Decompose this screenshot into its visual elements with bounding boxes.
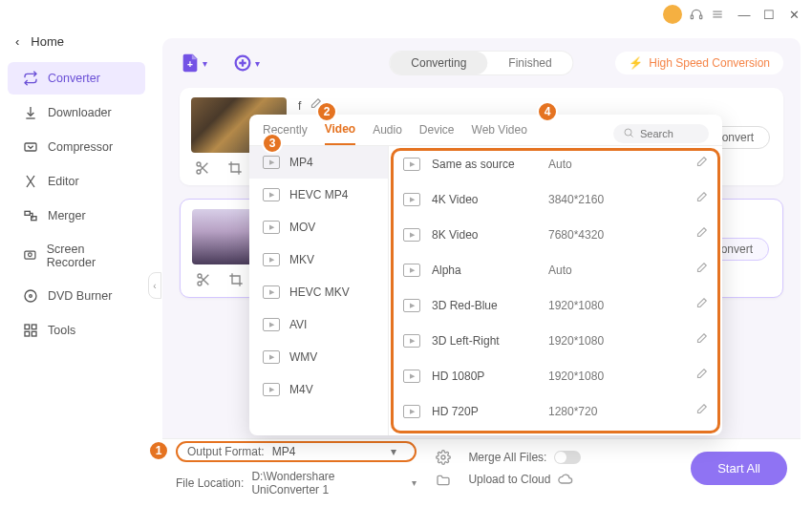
chevron-down-icon[interactable]: ▾ xyxy=(412,477,417,488)
svg-rect-13 xyxy=(32,325,36,329)
edit-preset-icon[interactable] xyxy=(694,332,708,349)
svg-point-10 xyxy=(25,290,36,302)
edit-preset-icon[interactable] xyxy=(694,262,708,278)
svg-rect-6 xyxy=(25,211,30,215)
add-url-button[interactable]: ▾ xyxy=(232,53,260,74)
svg-rect-1 xyxy=(700,15,702,19)
format-icon: ▶ xyxy=(263,350,280,364)
preset-icon: ▶ xyxy=(403,193,420,206)
preset-3d-redblue[interactable]: ▶3D Red-Blue1920*1080 xyxy=(389,287,722,323)
minimize-button[interactable]: — xyxy=(737,8,751,21)
file-location-label: File Location: xyxy=(176,476,244,490)
tab-finished[interactable]: Finished xyxy=(487,52,572,74)
svg-point-19 xyxy=(197,170,201,174)
sidebar-collapse-handle[interactable]: ‹ xyxy=(148,272,161,299)
format-icon: ▶ xyxy=(263,156,280,169)
tab-converting[interactable]: Converting xyxy=(390,52,487,74)
search-input[interactable] xyxy=(640,128,697,139)
nav-dvdburner[interactable]: DVD Burner xyxy=(8,280,145,312)
user-avatar[interactable] xyxy=(663,5,682,24)
svg-point-18 xyxy=(197,162,201,166)
tab-audio[interactable]: Audio xyxy=(373,123,402,144)
format-mkv[interactable]: ▶MKV xyxy=(249,243,388,276)
tools-icon xyxy=(23,323,38,338)
svg-rect-15 xyxy=(32,331,36,336)
preset-alpha[interactable]: ▶AlphaAuto xyxy=(389,252,722,287)
nav-screenrecorder[interactable]: Screen Recorder xyxy=(8,234,145,278)
annotation-badge-2: 2 xyxy=(316,101,337,122)
nav-converter[interactable]: Converter xyxy=(8,62,145,95)
format-dropdown-panel: Recently Video Audio Device Web Video ▶M… xyxy=(249,115,722,435)
merge-toggle-row: Merge All Files: xyxy=(468,451,581,464)
home-link[interactable]: ‹ Home xyxy=(0,27,153,56)
svg-rect-14 xyxy=(25,331,30,336)
format-m4v[interactable]: ▶M4V xyxy=(249,373,388,406)
headset-icon[interactable] xyxy=(690,8,703,21)
nav-downloader[interactable]: Downloader xyxy=(8,96,145,129)
edit-preset-icon[interactable] xyxy=(694,226,708,243)
close-button[interactable]: ✕ xyxy=(787,8,801,21)
preset-icon: ▶ xyxy=(403,334,420,348)
nav-label: Merger xyxy=(48,209,86,222)
gear-icon[interactable] xyxy=(436,450,451,465)
high-speed-toggle[interactable]: ⚡ High Speed Conversion xyxy=(615,52,783,74)
maximize-button[interactable]: ☐ xyxy=(762,8,776,21)
format-avi[interactable]: ▶AVI xyxy=(249,308,388,341)
format-hevcmkv[interactable]: ▶HEVC MKV xyxy=(249,276,388,308)
upload-cloud-row[interactable]: Upload to Cloud xyxy=(468,472,581,487)
format-wmv[interactable]: ▶WMV xyxy=(249,341,388,373)
compressor-icon xyxy=(23,139,38,155)
home-label: Home xyxy=(31,34,64,49)
nav-compressor[interactable]: Compressor xyxy=(8,131,145,163)
svg-point-26 xyxy=(441,455,445,459)
preset-hd1080p[interactable]: ▶HD 1080P1920*1080 xyxy=(389,358,722,393)
preset-icon: ▶ xyxy=(403,299,420,312)
crop-icon[interactable] xyxy=(228,272,244,287)
preset-4k[interactable]: ▶4K Video3840*2160 xyxy=(389,181,722,217)
preset-8k[interactable]: ▶8K Video7680*4320 xyxy=(389,217,722,252)
scissors-icon[interactable] xyxy=(196,272,211,287)
svg-rect-5 xyxy=(25,143,36,151)
nav-label: Downloader xyxy=(48,106,112,119)
nav-editor[interactable]: Editor xyxy=(8,165,145,198)
add-file-button[interactable]: + ▾ xyxy=(180,53,207,74)
preset-3d-leftright[interactable]: ▶3D Left-Right1920*1080 xyxy=(389,323,722,358)
annotation-badge-3: 3 xyxy=(262,133,283,154)
format-mov[interactable]: ▶MOV xyxy=(249,211,388,243)
nav-merger[interactable]: Merger xyxy=(8,200,145,232)
output-format-dropdown[interactable]: Output Format: MP4 ▾ xyxy=(176,441,417,462)
converter-icon xyxy=(23,71,38,86)
folder-icon[interactable] xyxy=(436,473,451,488)
svg-rect-12 xyxy=(25,325,30,329)
preset-icon: ▶ xyxy=(403,370,420,383)
preset-icon: ▶ xyxy=(403,405,420,418)
nav-label: DVD Burner xyxy=(48,289,112,303)
format-hevcmp4[interactable]: ▶HEVC MP4 xyxy=(249,179,388,211)
bolt-icon: ⚡ xyxy=(629,56,643,70)
crop-icon[interactable] xyxy=(227,160,243,176)
annotation-badge-4: 4 xyxy=(537,101,558,122)
svg-rect-8 xyxy=(25,251,35,259)
edit-preset-icon[interactable] xyxy=(694,191,708,207)
merge-toggle[interactable] xyxy=(554,451,581,464)
edit-preset-icon[interactable] xyxy=(694,403,708,419)
chevron-left-icon: ‹ xyxy=(15,34,19,49)
tab-video[interactable]: Video xyxy=(325,122,355,145)
svg-text:+: + xyxy=(187,59,193,70)
menu-icon[interactable] xyxy=(711,8,724,21)
format-icon: ▶ xyxy=(263,383,280,396)
edit-preset-icon[interactable] xyxy=(694,297,708,313)
start-all-button[interactable]: Start All xyxy=(691,452,787,485)
format-search[interactable] xyxy=(613,124,709,143)
tab-webvideo[interactable]: Web Video xyxy=(472,123,527,144)
high-speed-label: High Speed Conversion xyxy=(649,56,770,70)
preset-icon: ▶ xyxy=(403,228,420,242)
nav-tools[interactable]: Tools xyxy=(8,314,145,347)
edit-preset-icon[interactable] xyxy=(694,156,708,172)
edit-preset-icon[interactable] xyxy=(694,368,708,384)
tab-device[interactable]: Device xyxy=(419,123,455,144)
preset-same-as-source[interactable]: ▶Same as sourceAuto xyxy=(389,146,722,181)
preset-hd720p[interactable]: ▶HD 720P1280*720 xyxy=(389,393,722,429)
nav-label: Tools xyxy=(48,324,75,337)
scissors-icon[interactable] xyxy=(195,160,210,176)
